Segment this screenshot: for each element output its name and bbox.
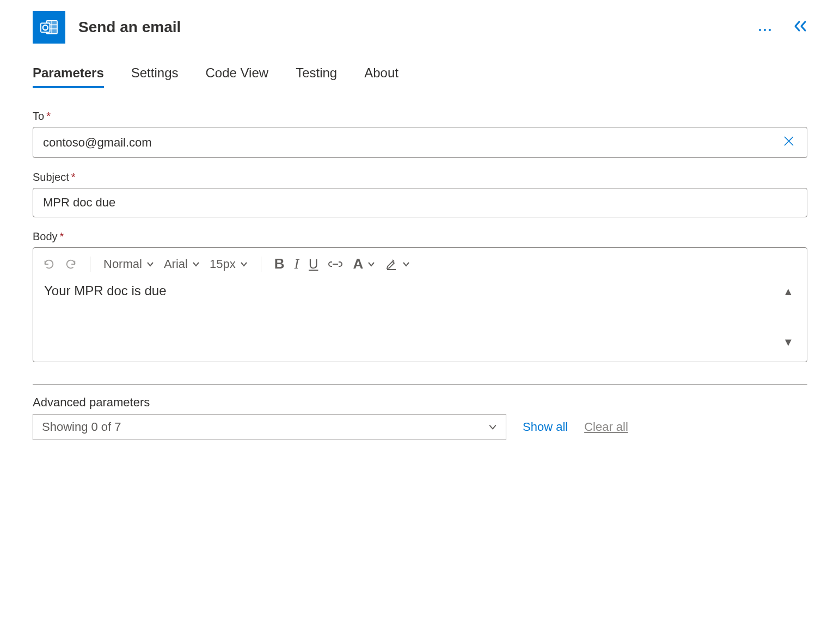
font-family-select[interactable]: Arial <box>164 257 200 271</box>
tab-codeview[interactable]: Code View <box>205 65 268 88</box>
show-all-link[interactable]: Show all <box>523 420 568 434</box>
editor-scrollbar[interactable]: ▲ ▼ <box>781 283 796 351</box>
svg-point-8 <box>764 29 766 31</box>
action-title: Send an email <box>78 19 745 36</box>
section-separator <box>33 384 807 385</box>
tab-parameters[interactable]: Parameters <box>33 65 104 88</box>
clear-all-link[interactable]: Clear all <box>584 420 628 434</box>
chevron-down-icon <box>192 258 200 270</box>
block-style-select[interactable]: Normal <box>103 257 154 271</box>
scroll-down-icon[interactable]: ▼ <box>783 336 794 349</box>
tab-about[interactable]: About <box>364 65 398 88</box>
action-header: Send an email <box>33 11 807 44</box>
subject-input[interactable] <box>42 195 798 210</box>
svg-rect-5 <box>41 23 50 33</box>
body-textarea[interactable]: Your MPR doc is due <box>44 283 781 351</box>
underline-button[interactable]: U <box>309 257 318 272</box>
outlook-icon <box>33 11 65 44</box>
to-input-wrapper <box>33 127 807 158</box>
subject-label: Subject* <box>33 171 807 184</box>
bold-button[interactable]: B <box>274 255 285 272</box>
chevron-down-icon <box>488 422 497 433</box>
link-button[interactable] <box>328 259 343 269</box>
clear-to-button[interactable] <box>780 134 798 151</box>
scroll-up-icon[interactable]: ▲ <box>783 285 794 298</box>
chevron-down-icon <box>402 258 410 270</box>
highlight-color-button[interactable] <box>385 258 410 271</box>
font-size-select[interactable]: 15px <box>210 257 248 271</box>
advanced-summary-text: Showing 0 of 7 <box>42 420 121 434</box>
chevron-down-icon <box>146 258 154 270</box>
svg-point-7 <box>759 29 761 31</box>
body-editor: Normal Arial 15px <box>33 247 807 362</box>
svg-point-9 <box>769 29 771 31</box>
toolbar-separator <box>261 257 261 272</box>
subject-input-wrapper <box>33 188 807 217</box>
to-label: To* <box>33 110 807 123</box>
more-options-button[interactable] <box>758 19 771 36</box>
chevron-down-icon <box>240 258 248 270</box>
undo-button[interactable] <box>43 258 55 270</box>
advanced-parameters-label: Advanced parameters <box>33 395 807 410</box>
font-color-button[interactable]: A <box>353 255 375 272</box>
tab-testing[interactable]: Testing <box>296 65 337 88</box>
tab-bar: Parameters Settings Code View Testing Ab… <box>33 65 807 88</box>
editor-toolbar: Normal Arial 15px <box>33 248 807 280</box>
toolbar-separator <box>90 257 90 272</box>
redo-button[interactable] <box>65 258 77 270</box>
tab-settings[interactable]: Settings <box>131 65 179 88</box>
to-input[interactable] <box>42 135 780 150</box>
chevron-down-icon <box>367 258 375 270</box>
italic-button[interactable]: I <box>294 256 299 272</box>
collapse-panel-button[interactable] <box>793 19 807 36</box>
advanced-parameters-select[interactable]: Showing 0 of 7 <box>33 414 506 440</box>
body-label: Body* <box>33 230 807 243</box>
